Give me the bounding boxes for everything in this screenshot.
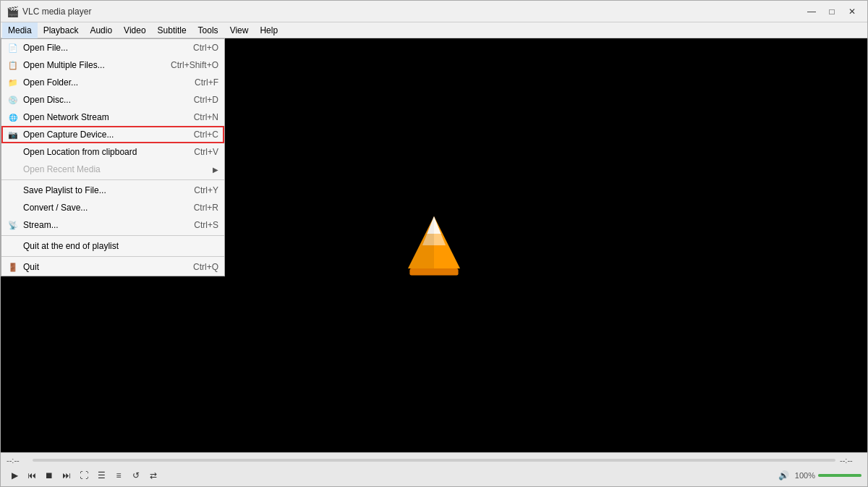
open-folder-icon: 📁 xyxy=(7,77,19,88)
controls-row: ▶ ⏮ ⏹ ⏭ ⛶ ☰ ≡ ↺ ⇄ 🔊 100% xyxy=(1,466,867,486)
open-multiple-label: Open Multiple Files... xyxy=(23,60,159,70)
stream-icon: 📡 xyxy=(7,219,19,231)
playlist-button[interactable]: ≡ xyxy=(111,467,127,483)
save-playlist-icon xyxy=(7,185,19,196)
open-network-icon: 🌐 xyxy=(7,111,19,123)
menubar: Media Playback Audio Video Subtitle Tool… xyxy=(1,22,867,38)
app-icon: 🎬 xyxy=(7,6,18,17)
quit-shortcut: Ctrl+Q xyxy=(193,262,218,272)
progress-area: --:-- --:-- xyxy=(1,453,867,466)
open-recent-arrow: ▶ xyxy=(213,166,218,174)
menu-view[interactable]: View xyxy=(224,22,255,38)
menu-item-open-file[interactable]: 📄 Open File... Ctrl+O xyxy=(1,39,224,56)
open-capture-label: Open Capture Device... xyxy=(23,130,182,140)
open-multiple-shortcut: Ctrl+Shift+O xyxy=(171,60,218,70)
quit-end-icon xyxy=(7,240,19,252)
menu-tools[interactable]: Tools xyxy=(192,22,224,38)
window-title: VLC media player xyxy=(22,7,802,17)
stop-button[interactable]: ⏹ xyxy=(41,467,57,483)
open-disc-icon: 💿 xyxy=(7,94,19,106)
menu-media[interactable]: Media xyxy=(2,22,38,38)
menu-item-open-recent[interactable]: Open Recent Media ▶ xyxy=(1,161,224,178)
minimize-button[interactable]: — xyxy=(802,4,821,19)
menu-item-save-playlist[interactable]: Save Playlist to File... Ctrl+Y xyxy=(1,182,224,199)
fullscreen-button[interactable]: ⛶ xyxy=(76,467,92,483)
open-disc-shortcut: Ctrl+D xyxy=(194,95,218,105)
stream-label: Stream... xyxy=(23,220,182,230)
open-recent-label: Open Recent Media xyxy=(23,164,210,174)
convert-save-shortcut: Ctrl+R xyxy=(194,203,218,213)
vlc-cone-logo xyxy=(405,213,463,278)
menu-item-open-location[interactable]: Open Location from clipboard Ctrl+V xyxy=(1,143,224,161)
quit-label: Quit xyxy=(23,262,182,272)
open-capture-icon: 📷 xyxy=(7,129,19,140)
menu-item-open-folder[interactable]: 📁 Open Folder... Ctrl+F xyxy=(1,74,224,91)
separator-3 xyxy=(1,256,224,257)
menu-item-open-multiple[interactable]: 📋 Open Multiple Files... Ctrl+Shift+O xyxy=(1,56,224,74)
open-location-icon xyxy=(7,146,19,158)
volume-icon-button[interactable]: 🔊 xyxy=(776,467,792,483)
play-button[interactable]: ▶ xyxy=(7,467,22,483)
window-controls: — □ ✕ xyxy=(802,4,861,19)
progress-bar[interactable] xyxy=(33,459,835,462)
open-network-shortcut: Ctrl+N xyxy=(194,112,218,122)
extended-button[interactable]: ☰ xyxy=(93,467,109,483)
open-capture-shortcut: Ctrl+C xyxy=(194,130,218,140)
open-file-shortcut: Ctrl+O xyxy=(193,43,218,53)
media-dropdown-menu: 📄 Open File... Ctrl+O 📋 Open Multiple Fi… xyxy=(1,38,225,276)
stream-shortcut: Ctrl+S xyxy=(194,220,218,230)
menu-item-stream[interactable]: 📡 Stream... Ctrl+S xyxy=(1,216,224,234)
menu-audio[interactable]: Audio xyxy=(84,22,118,38)
menu-item-open-capture[interactable]: 📷 Open Capture Device... Ctrl+C xyxy=(1,126,224,143)
volume-bar-fill xyxy=(818,474,861,477)
vlc-window: 🎬 VLC media player — □ ✕ Media Playback … xyxy=(0,0,868,487)
menu-item-open-disc[interactable]: 💿 Open Disc... Ctrl+D xyxy=(1,91,224,109)
open-location-label: Open Location from clipboard xyxy=(23,147,182,157)
svg-marker-4 xyxy=(408,216,434,268)
time-remaining: --:-- xyxy=(840,456,861,465)
titlebar: 🎬 VLC media player — □ ✕ xyxy=(1,1,867,22)
volume-bar[interactable] xyxy=(818,474,861,477)
menu-video[interactable]: Video xyxy=(118,22,151,38)
save-playlist-shortcut: Ctrl+Y xyxy=(194,185,218,195)
menu-item-convert-save[interactable]: Convert / Save... Ctrl+R xyxy=(1,199,224,216)
volume-percent: 100% xyxy=(795,471,815,480)
convert-save-label: Convert / Save... xyxy=(23,203,182,213)
menu-item-open-network[interactable]: 🌐 Open Network Stream Ctrl+N xyxy=(1,109,224,126)
open-multiple-icon: 📋 xyxy=(7,59,19,71)
volume-area: 🔊 100% xyxy=(776,467,861,483)
convert-save-icon xyxy=(7,202,19,213)
open-location-shortcut: Ctrl+V xyxy=(194,147,218,157)
menu-item-quit-end[interactable]: Quit at the end of playlist xyxy=(1,237,224,255)
next-button[interactable]: ⏭ xyxy=(59,467,75,483)
bottom-controls: --:-- --:-- ▶ ⏮ ⏹ ⏭ ⛶ ☰ ≡ ↺ ⇄ 🔊 100% xyxy=(1,452,867,486)
main-content: 📄 Open File... Ctrl+O 📋 Open Multiple Fi… xyxy=(1,38,867,452)
separator-2 xyxy=(1,235,224,236)
open-file-label: Open File... xyxy=(23,43,182,53)
separator-1 xyxy=(1,179,224,180)
save-playlist-label: Save Playlist to File... xyxy=(23,185,182,195)
time-elapsed: --:-- xyxy=(7,456,28,465)
menu-help[interactable]: Help xyxy=(254,22,284,38)
close-button[interactable]: ✕ xyxy=(843,4,861,19)
prev-button[interactable]: ⏮ xyxy=(24,467,40,483)
quit-icon: 🚪 xyxy=(7,261,19,273)
quit-end-label: Quit at the end of playlist xyxy=(23,241,207,251)
open-folder-label: Open Folder... xyxy=(23,77,183,88)
svg-rect-3 xyxy=(409,268,458,276)
loop-button[interactable]: ↺ xyxy=(128,467,144,483)
open-disc-label: Open Disc... xyxy=(23,95,182,105)
open-file-icon: 📄 xyxy=(7,42,19,54)
random-button[interactable]: ⇄ xyxy=(145,467,161,483)
open-network-label: Open Network Stream xyxy=(23,112,182,122)
menu-playback[interactable]: Playback xyxy=(38,22,85,38)
menu-subtitle[interactable]: Subtitle xyxy=(152,22,192,38)
menu-item-quit[interactable]: 🚪 Quit Ctrl+Q xyxy=(1,258,224,276)
maximize-button[interactable]: □ xyxy=(822,4,841,19)
open-recent-icon xyxy=(7,164,19,175)
svg-marker-5 xyxy=(427,216,434,234)
open-folder-shortcut: Ctrl+F xyxy=(195,77,218,88)
